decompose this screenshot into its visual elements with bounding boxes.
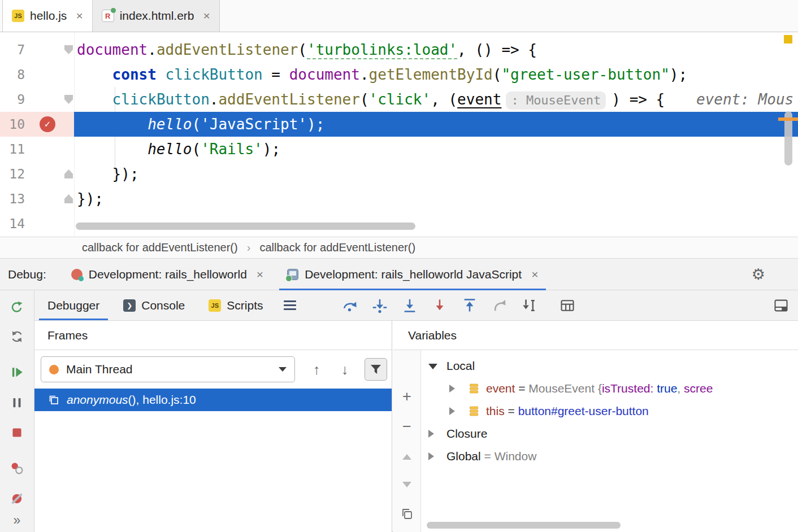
- editor-tab-index-html-erb[interactable]: R index.html.erb ×: [93, 0, 220, 32]
- remove-watch-button[interactable]: −: [398, 417, 416, 435]
- add-watch-button[interactable]: +: [398, 387, 416, 405]
- line-number[interactable]: 12: [0, 162, 25, 186]
- frames-header: Frames: [47, 329, 88, 342]
- mute-breakpoints-button[interactable]: [9, 491, 25, 507]
- tab-console[interactable]: ❯ Console: [111, 290, 197, 320]
- debug-session-tab-javascript[interactable]: Development: rails_helloworld JavaScript…: [279, 259, 546, 290]
- code-line-7: 7 document.addEventListener('turbolinks:…: [0, 37, 798, 62]
- breadcrumb-item[interactable]: callback for addEventListener(): [259, 241, 415, 254]
- scope-label: Local: [446, 359, 475, 372]
- pause-button[interactable]: [9, 395, 25, 411]
- code-text[interactable]: hello('JavaScript');: [77, 112, 324, 137]
- line-number[interactable]: 13: [0, 186, 25, 211]
- force-step-into-button[interactable]: [432, 298, 448, 313]
- variables-header: Variables: [408, 329, 457, 342]
- fold-marker-icon[interactable]: [64, 169, 73, 178]
- fold-marker-icon[interactable]: [64, 95, 73, 104]
- horizontal-scrollbar[interactable]: [76, 223, 415, 230]
- expander-icon[interactable]: [428, 452, 434, 460]
- breadcrumb-separator: ›: [247, 241, 251, 254]
- console-icon: ❯: [123, 299, 136, 312]
- tree-row-local[interactable]: Local: [421, 355, 798, 377]
- line-number[interactable]: 7: [0, 37, 25, 62]
- tab-scripts[interactable]: JS Scripts: [197, 290, 275, 320]
- copy-icon: [400, 507, 414, 521]
- tree-row-closure[interactable]: Closure: [421, 422, 798, 445]
- tab-debugger[interactable]: Debugger: [36, 290, 111, 320]
- code-line-10: 10 ✓ hello('JavaScript');: [0, 112, 798, 137]
- execution-stripe-mark[interactable]: [778, 117, 798, 121]
- step-over-button[interactable]: [342, 298, 358, 313]
- variable-name: event: [486, 382, 515, 395]
- debug-label: Debug:: [8, 268, 46, 281]
- variables-panel: Variables + − Local event = MouseEvent {…: [393, 321, 798, 532]
- hide-library-frames-toggle[interactable]: [365, 358, 387, 381]
- rerun-button[interactable]: [9, 299, 25, 315]
- scope-label: Closure: [446, 427, 487, 440]
- stop-button[interactable]: [9, 425, 25, 441]
- thread-selector[interactable]: Main Thread: [41, 356, 295, 382]
- frame-location: (), hello.js:10: [128, 393, 196, 406]
- debug-toolwindow-header: Debug: Development: rails_helloworld × D…: [0, 258, 798, 290]
- run-to-cursor-button[interactable]: [522, 298, 537, 313]
- expander-icon[interactable]: [428, 430, 434, 438]
- code-text[interactable]: hello('Rails');: [77, 137, 280, 162]
- tree-row-this[interactable]: this = button#greet-user-button: [421, 400, 798, 422]
- debugger-inline-value: event: Mous: [696, 87, 793, 112]
- line-number[interactable]: 10: [0, 112, 25, 137]
- close-icon[interactable]: ×: [76, 9, 83, 23]
- smart-step-into-button[interactable]: [402, 298, 418, 313]
- editor-tab-hello-js[interactable]: JS hello.js ×: [2, 0, 93, 32]
- variable-name: this: [486, 404, 505, 417]
- more-button[interactable]: »: [9, 512, 25, 528]
- settings-gear-icon[interactable]: ⚙: [752, 265, 765, 284]
- line-number[interactable]: 9: [0, 87, 25, 112]
- tree-row-global[interactable]: Global = Window: [421, 445, 798, 468]
- code-text[interactable]: clickButton.addEventListener('click', (e…: [77, 87, 665, 112]
- stack-frame-row[interactable]: anonymous(), hello.js:10: [34, 389, 392, 411]
- expander-icon[interactable]: [428, 364, 437, 369]
- code-text[interactable]: });: [77, 162, 139, 186]
- previous-frame-button[interactable]: ↑: [305, 359, 328, 380]
- next-frame-button[interactable]: ↓: [333, 359, 356, 380]
- code-text[interactable]: });: [77, 186, 103, 211]
- resume-button[interactable]: [9, 364, 25, 380]
- move-watch-down-button[interactable]: [398, 476, 416, 494]
- line-number[interactable]: 11: [0, 137, 25, 162]
- javascript-debug-icon: [287, 269, 298, 280]
- view-breakpoints-button[interactable]: [9, 460, 25, 476]
- move-watch-up-button[interactable]: [398, 448, 416, 466]
- breadcrumb-item[interactable]: callback for addEventListener(): [82, 241, 238, 254]
- layout-options-icon[interactable]: [284, 300, 296, 310]
- expander-icon[interactable]: [449, 407, 455, 415]
- error-stripe-mark[interactable]: [784, 35, 792, 43]
- evaluate-expression-button[interactable]: [560, 298, 575, 313]
- line-number[interactable]: 8: [0, 62, 25, 87]
- session-tab-label: Development: rails_helloworld JavaScript: [305, 268, 522, 281]
- variables-scrollbar[interactable]: [427, 522, 621, 529]
- step-into-button[interactable]: [372, 298, 388, 313]
- code-text[interactable]: const clickButton = document.getElementB…: [77, 62, 687, 87]
- variable-icon: [468, 383, 480, 394]
- breadcrumbs: callback for addEventListener() › callba…: [0, 237, 798, 258]
- code-line-11: 11 hello('Rails');: [0, 137, 798, 162]
- close-icon[interactable]: ×: [257, 268, 263, 281]
- debug-session-tab-rails[interactable]: Development: rails_helloworld ×: [63, 259, 271, 290]
- rails-debug-icon: [71, 269, 83, 280]
- drop-frame-button[interactable]: [492, 298, 508, 313]
- expander-icon[interactable]: [449, 385, 455, 393]
- step-out-button[interactable]: [462, 298, 478, 313]
- erb-file-icon: R: [102, 10, 114, 22]
- breakpoint-icon[interactable]: ✓: [40, 116, 55, 132]
- restore-layout-button[interactable]: [773, 298, 789, 313]
- code-editor[interactable]: 7 document.addEventListener('turbolinks:…: [0, 32, 798, 237]
- fold-marker-icon[interactable]: [64, 45, 73, 54]
- refresh-button[interactable]: [9, 329, 25, 345]
- tree-row-event[interactable]: event = MouseEvent {isTrusted: true, scr…: [421, 377, 798, 400]
- fold-marker-icon[interactable]: [64, 194, 73, 203]
- close-icon[interactable]: ×: [203, 9, 210, 23]
- line-number[interactable]: 14: [0, 211, 25, 236]
- close-icon[interactable]: ×: [531, 268, 538, 281]
- code-text[interactable]: document.addEventListener('turbolinks:lo…: [77, 37, 537, 62]
- duplicate-watch-button[interactable]: [398, 505, 416, 523]
